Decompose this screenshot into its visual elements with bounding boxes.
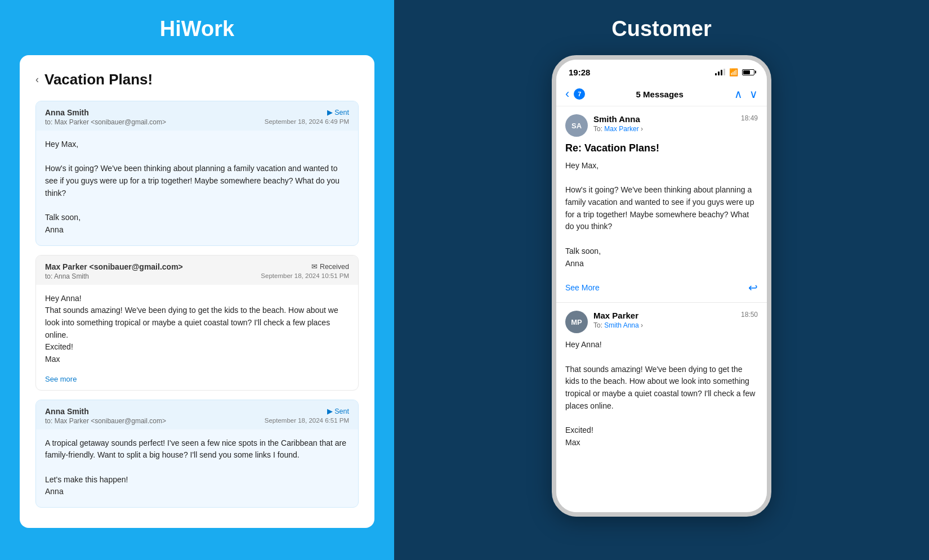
phone-email-msg-0: SA Smith Anna To: Max Parker › 18:49 Re:… (556, 106, 767, 303)
right-panel: Customer 19:28 📶 ‹ 7 5 Mes (394, 0, 929, 560)
phone-msg-meta-1: Max Parker To: Smith Anna › (593, 311, 735, 329)
email-status-2: ▶ Sent (265, 407, 349, 415)
email-body-0: Hey Max, How's it going? We've been thin… (36, 131, 358, 245)
status-time: 19:28 (569, 68, 590, 77)
email-status-0: ▶ Sent (265, 108, 349, 117)
email-meta-right-0: ▶ Sent September 18, 2024 6:49 PM (265, 108, 349, 125)
email-to-2: to: Max Parker <sonibauer@gmail.com> (45, 417, 166, 425)
email-sender-info-0: Anna Smith to: Max Parker <sonibauer@gma… (45, 108, 166, 126)
email-card-2: Anna Smith to: Max Parker <sonibauer@gma… (35, 400, 359, 508)
email-title-row: ‹ Vacation Plans! (35, 71, 359, 88)
customer-title: Customer (394, 17, 929, 41)
phone-msg-time-1: 18:50 (741, 311, 758, 319)
signal-bar-2 (718, 71, 720, 75)
phone-msg-body-0: Hey Max, How's it going? We've been thin… (565, 160, 758, 270)
email-to-1: to: Anna Smith (45, 272, 183, 280)
phone-sender-name-0: Smith Anna (593, 114, 735, 124)
nav-up-arrow[interactable]: ∧ (734, 87, 743, 101)
email-meta-right-1: ✉ Received September 18, 2024 10:51 PM (261, 262, 349, 279)
phone-msg-header-1: MP Max Parker To: Smith Anna › 18:50 (565, 311, 758, 333)
phone-msg-header-0: SA Smith Anna To: Max Parker › 18:49 (565, 114, 758, 137)
email-meta-right-2: ▶ Sent September 18, 2024 6:51 PM (265, 407, 349, 424)
email-sender-info-2: Anna Smith to: Max Parker <sonibauer@gma… (45, 407, 166, 425)
left-panel: HiWork ‹ Vacation Plans! Anna Smith to: … (0, 0, 394, 560)
phone-email-msg-1: MP Max Parker To: Smith Anna › 18:50 Hey… (556, 303, 767, 449)
battery-fill (743, 70, 750, 74)
reply-icon-0[interactable]: ↩ (748, 281, 758, 294)
nav-messages-count: 5 Messages (589, 89, 730, 99)
email-sender-info-1: Max Parker <sonibauer@gmail.com> to: Ann… (45, 262, 183, 280)
email-body-2: A tropical getaway sounds perfect! I've … (36, 429, 358, 507)
email-thread-title: Vacation Plans! (44, 71, 153, 88)
signal-bars-icon (715, 69, 725, 75)
email-body-1: Hey Anna! That sounds amazing! We've bee… (36, 285, 358, 375)
phone-see-more-0[interactable]: See More (565, 283, 600, 292)
email-card-header-2: Anna Smith to: Max Parker <sonibauer@gma… (36, 400, 358, 429)
phone-sender-to-target-0: Max Parker (604, 125, 638, 133)
app-title: HiWork (0, 17, 394, 41)
back-arrow-icon[interactable]: ‹ (35, 74, 39, 86)
email-date-2: September 18, 2024 6:51 PM (265, 417, 349, 424)
email-sender-0: Anna Smith (45, 108, 166, 117)
phone-msg-body-1: Hey Anna! That sounds amazing! We've bee… (565, 339, 758, 449)
phone-sender-name-1: Max Parker (593, 311, 735, 320)
phone-msg-footer-0: See More ↩ (565, 276, 758, 302)
phone-sender-to-1: To: Smith Anna › (593, 321, 735, 329)
signal-bar-3 (721, 70, 722, 75)
phone-msg-subject-0: Re: Vacation Plans! (565, 142, 758, 154)
email-sender-2: Anna Smith (45, 407, 166, 416)
signal-bar-1 (715, 73, 717, 75)
phone-nav-bar: ‹ 7 5 Messages ∧ ∨ (556, 82, 767, 106)
phone-msg-meta-0: Smith Anna To: Max Parker › (593, 114, 735, 133)
see-more-link-1[interactable]: See more (36, 375, 358, 390)
avatar-sa: SA (565, 114, 588, 137)
nav-down-arrow[interactable]: ∨ (749, 87, 758, 101)
nav-badge: 7 (574, 88, 585, 100)
email-container: ‹ Vacation Plans! Anna Smith to: Max Par… (20, 55, 374, 528)
avatar-mp: MP (565, 311, 588, 333)
right-header: Customer (394, 0, 929, 55)
nav-back-button[interactable]: ‹ (565, 87, 569, 101)
email-card-0: Anna Smith to: Max Parker <sonibauer@gma… (35, 101, 359, 246)
email-date-0: September 18, 2024 6:49 PM (265, 118, 349, 125)
email-card-header-0: Anna Smith to: Max Parker <sonibauer@gma… (36, 101, 358, 131)
phone-status-bar: 19:28 📶 (556, 60, 767, 82)
email-date-1: September 18, 2024 10:51 PM (261, 272, 349, 279)
battery-icon (742, 69, 754, 75)
phone-content: SA Smith Anna To: Max Parker › 18:49 Re:… (556, 106, 767, 512)
left-header: HiWork (0, 0, 394, 55)
email-card-1: Max Parker <sonibauer@gmail.com> to: Ann… (35, 255, 359, 391)
email-sender-1: Max Parker <sonibauer@gmail.com> (45, 262, 183, 271)
phone-mockup: 19:28 📶 ‹ 7 5 Messages ∧ ∨ (552, 55, 771, 517)
signal-bar-4 (723, 69, 725, 75)
email-to-0: to: Max Parker <sonibauer@gmail.com> (45, 118, 166, 126)
status-icons: 📶 (715, 68, 754, 77)
nav-arrows: ∧ ∨ (734, 87, 758, 101)
phone-sender-to-0: To: Max Parker › (593, 125, 735, 133)
email-status-1: ✉ Received (261, 262, 349, 271)
phone-sender-to-target-1: Smith Anna (604, 321, 638, 329)
phone-msg-time-0: 18:49 (741, 114, 758, 122)
wifi-icon: 📶 (729, 68, 738, 77)
email-card-header-1: Max Parker <sonibauer@gmail.com> to: Ann… (36, 256, 358, 285)
